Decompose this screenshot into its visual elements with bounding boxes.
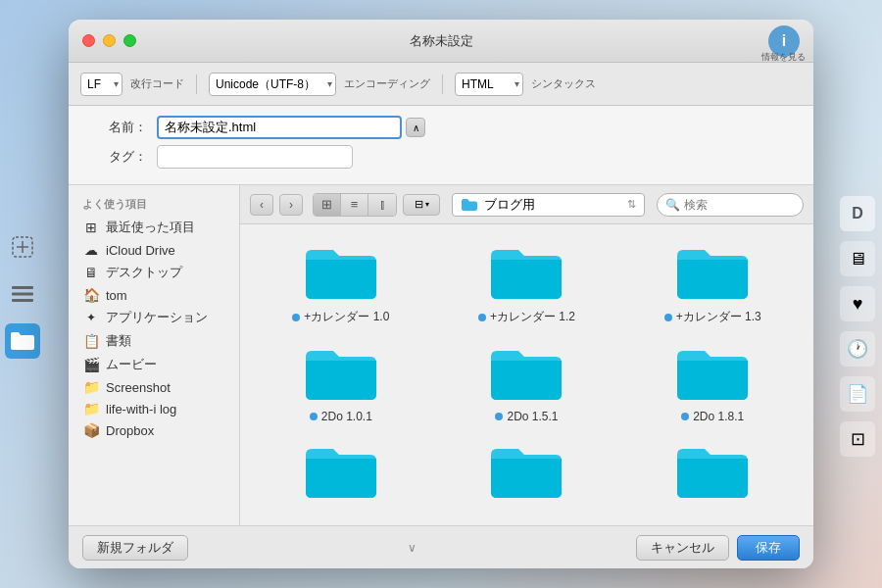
documents-icon: 📋 [82, 333, 100, 349]
folder-selector[interactable]: ブログ用 ⇅ [452, 193, 645, 217]
sidebar-item-lifewith[interactable]: 📁 life-with-i log [69, 398, 239, 419]
dot-badge-5 [681, 413, 689, 420]
file-browser: よく使う項目 ⊞ 最近使った項目 ☁ iCloud Drive 🖥 デスクトップ… [69, 185, 813, 525]
encoding-label: エンコーディング [344, 76, 430, 91]
file-item-5[interactable]: 2Do 1.8.1 [627, 341, 798, 423]
syntax-select[interactable]: HTML [455, 73, 523, 96]
tag-row: タグ： [88, 145, 794, 169]
tag-label: タグ： [88, 148, 147, 166]
left-tool-add[interactable] [5, 229, 40, 265]
view-grid-button[interactable]: ⊞ [314, 194, 341, 216]
folder-icon-8 [673, 439, 752, 502]
view-column-button[interactable]: ⫿ [368, 194, 396, 216]
sidebar-item-desktop[interactable]: 🖥 デスクトップ [69, 261, 239, 284]
left-tool-list[interactable] [5, 276, 40, 312]
dropbox-icon: 📦 [82, 422, 100, 438]
cancel-button[interactable]: キャンセル [636, 535, 729, 561]
home-icon: 🏠 [82, 287, 100, 303]
folder-icon-6 [302, 439, 380, 502]
divider-1 [196, 74, 197, 94]
right-icon-doc[interactable]: 📄 [840, 376, 875, 412]
line-ending-select[interactable]: LF [80, 73, 122, 96]
desktop-icon: 🖥 [82, 265, 100, 280]
line-ending-label: 改行コード [130, 76, 184, 91]
nav-view-bar: ‹ › ⊞ ≡ ⫿ ⊟▾ ブログ用 ⇅ [240, 185, 813, 224]
line-ending-wrapper: LF [80, 73, 122, 96]
encoding-wrapper: Unicode（UTF-8） [209, 73, 336, 96]
sidebar-item-documents[interactable]: 📋 書類 [69, 329, 239, 353]
maximize-button[interactable] [123, 34, 136, 47]
save-dialog: 名称未設定 i 情報を見る LF 改行コード Unicode（UTF-8） エン… [69, 20, 813, 568]
name-label: 名前： [88, 119, 147, 136]
icloud-icon: ☁ [82, 242, 100, 258]
sidebar-item-screenshot[interactable]: 📁 Screenshot [69, 376, 239, 398]
applications-icon: ✦ [82, 311, 100, 324]
search-input[interactable] [684, 198, 782, 212]
dot-badge-2 [664, 314, 672, 321]
view-combo-button[interactable]: ⊟▾ [403, 194, 440, 216]
view-list-button[interactable]: ≡ [341, 194, 368, 216]
file-label-5: 2Do 1.8.1 [681, 410, 744, 423]
dot-badge-0 [292, 314, 300, 321]
sidebar-item-tom[interactable]: 🏠 tom [69, 284, 239, 306]
folder-name: ブログ用 [484, 196, 535, 214]
dot-badge-4 [495, 413, 503, 420]
right-icon-finder[interactable]: ⊡ [840, 421, 875, 457]
file-item-2[interactable]: +カレンダー 1.3 [627, 240, 798, 325]
expand-button[interactable]: ∧ [406, 118, 425, 137]
sidebar-item-lifewith-label: life-with-i log [106, 402, 176, 416]
dot-badge-3 [310, 413, 318, 420]
right-icon-d[interactable]: D [840, 196, 875, 231]
file-item-8[interactable] [627, 439, 798, 502]
sidebar-item-movies[interactable]: 🎬 ムービー [69, 353, 239, 376]
right-icon-monitor[interactable]: 🖥 [840, 241, 875, 276]
right-icon-clock[interactable]: 🕐 [840, 331, 875, 367]
folder-icon-7 [487, 439, 565, 502]
file-label-2: +カレンダー 1.3 [664, 309, 761, 325]
sidebar-item-icloud[interactable]: ☁ iCloud Drive [69, 239, 239, 261]
save-button[interactable]: 保存 [737, 535, 800, 561]
minimize-button[interactable] [103, 34, 116, 47]
recent-icon: ⊞ [82, 220, 100, 235]
window-title: 名称未設定 [410, 32, 473, 50]
file-grid: +カレンダー 1.0 +カレンダー 1.2 [240, 224, 813, 525]
sidebar-item-icloud-label: iCloud Drive [106, 243, 175, 258]
toolbar: LF 改行コード Unicode（UTF-8） エンコーディング HTML シン… [69, 63, 813, 106]
new-folder-button[interactable]: 新規フォルダ [82, 535, 188, 561]
file-item-3[interactable]: 2Do 1.0.1 [256, 341, 426, 423]
sidebar-item-applications-label: アプリケーション [106, 309, 208, 326]
file-label-1: +カレンダー 1.2 [478, 309, 575, 325]
search-box: 🔍 [657, 193, 804, 217]
file-label-0: +カレンダー 1.0 [292, 309, 389, 325]
bottom-bar: 新規フォルダ ∨ キャンセル 保存 [69, 525, 813, 568]
sidebar: よく使う項目 ⊞ 最近使った項目 ☁ iCloud Drive 🖥 デスクトップ… [69, 185, 240, 525]
folder-icon-0 [302, 240, 380, 303]
sidebar-item-recent[interactable]: ⊞ 最近使った項目 [69, 216, 239, 239]
folder-selector-inner: ブログ用 [461, 196, 535, 214]
left-tool-folder[interactable] [5, 323, 40, 359]
folder-icon-4 [487, 341, 565, 404]
encoding-select[interactable]: Unicode（UTF-8） [209, 73, 336, 96]
file-item-6[interactable] [256, 439, 426, 502]
screenshot-icon: 📁 [82, 379, 100, 395]
sidebar-item-applications[interactable]: ✦ アプリケーション [69, 306, 239, 329]
syntax-label: シンタックス [531, 76, 596, 91]
info-label: 情報を見る [761, 51, 806, 64]
file-item-4[interactable]: 2Do 1.5.1 [442, 341, 612, 423]
file-label-3: 2Do 1.0.1 [310, 410, 372, 423]
file-content: ‹ › ⊞ ≡ ⫿ ⊟▾ ブログ用 ⇅ [240, 185, 813, 525]
right-icon-heart[interactable]: ♥ [840, 286, 875, 321]
name-input[interactable] [157, 116, 402, 139]
file-item-1[interactable]: +カレンダー 1.2 [442, 240, 612, 325]
sidebar-item-dropbox[interactable]: 📦 Dropbox [69, 419, 239, 441]
tag-input[interactable] [157, 145, 353, 169]
sidebar-item-tom-label: tom [106, 288, 127, 303]
action-buttons: キャンセル 保存 [636, 535, 800, 561]
file-item-7[interactable] [442, 439, 612, 502]
close-button[interactable] [82, 34, 95, 47]
search-icon: 🔍 [665, 198, 680, 212]
back-button[interactable]: ‹ [250, 194, 273, 216]
forward-button[interactable]: › [279, 194, 303, 216]
file-item-0[interactable]: +カレンダー 1.0 [256, 240, 426, 325]
file-label-4: 2Do 1.5.1 [495, 410, 558, 423]
